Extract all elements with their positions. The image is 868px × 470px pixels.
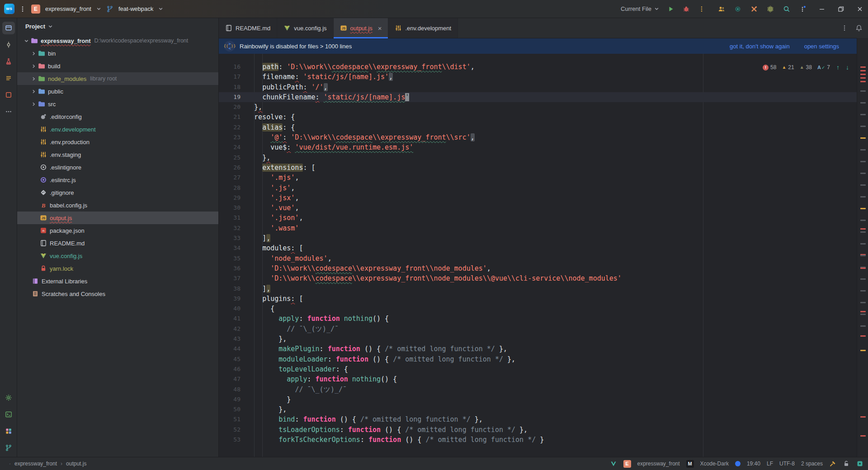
stripe-mark[interactable]	[860, 314, 866, 315]
play-icon[interactable]	[667, 5, 675, 13]
banner-settings-link[interactable]: open settings	[804, 43, 839, 50]
indent-setting[interactable]: 2 spaces	[801, 461, 823, 467]
users-icon[interactable]	[718, 5, 725, 13]
code-line-34[interactable]: 34 modules: [	[219, 243, 868, 253]
tab-vue.config.js[interactable]: vue.config.js	[277, 18, 333, 38]
close-tab-icon[interactable]: ×	[378, 25, 382, 32]
bug-icon[interactable]	[683, 5, 690, 13]
code-line-17[interactable]: 17 filename: 'static/js/[name].js',	[219, 72, 868, 82]
tree-item-bin[interactable]: bin	[17, 47, 218, 60]
stripe-mark[interactable]	[860, 90, 866, 92]
stripe-mark[interactable]	[860, 228, 866, 230]
code-line-49[interactable]: 49 }	[219, 395, 868, 404]
branch-name[interactable]: feat-webpack	[118, 5, 153, 12]
tool-terminal-icon[interactable]	[2, 408, 15, 421]
chevron-right-icon[interactable]	[30, 88, 37, 95]
tool-git-branch-icon[interactable]	[2, 442, 15, 454]
code-line-30[interactable]: 30 '.vue',	[219, 203, 868, 213]
run-configuration[interactable]: Current File	[621, 5, 659, 12]
stripe-mark[interactable]	[860, 74, 866, 75]
blue-dot-indicator[interactable]	[735, 461, 741, 466]
stripe-mark[interactable]	[860, 184, 866, 186]
tool-flask-icon[interactable]	[2, 55, 15, 68]
chevron-right-icon[interactable]	[30, 75, 37, 82]
stripe-mark[interactable]	[860, 137, 866, 139]
tree-item-src[interactable]: src	[17, 98, 218, 110]
code-line-28[interactable]: 28 '.js',	[219, 183, 868, 193]
code-line-21[interactable]: 21 resolve: {	[219, 112, 868, 122]
inspections-widget[interactable]: !58 ▲21 ▲38 A✓7 ↑ ↓	[760, 64, 849, 71]
main-menu-icon[interactable]	[19, 5, 26, 13]
lock-icon[interactable]	[843, 460, 850, 467]
code-line-48[interactable]: 48 // ¯\_(ツ)_/¯	[219, 385, 868, 395]
code-line-35[interactable]: 35 'node_modules',	[219, 254, 868, 263]
tree-item-babel.config.js[interactable]: Bbabel.config.js	[17, 199, 218, 212]
tree-item-public[interactable]: public	[17, 85, 218, 98]
stripe-mark[interactable]	[860, 66, 866, 68]
tabs-more-icon[interactable]	[841, 24, 848, 32]
stripe-mark[interactable]	[860, 231, 866, 233]
bell-icon[interactable]	[855, 24, 863, 32]
tab-README.md[interactable]: README.md	[219, 18, 277, 38]
code-line-51[interactable]: 51 bind: function () { /* omitted long f…	[219, 414, 868, 424]
code-line-32[interactable]: 32 '.wasm'	[219, 223, 868, 233]
code-line-22[interactable]: 22 alias: {	[219, 122, 868, 132]
caret-position[interactable]: 19:40	[747, 461, 760, 467]
stripe-mark[interactable]	[860, 208, 866, 209]
tree-item-expressway_front[interactable]: expressway_frontD:\work\codespace\expres…	[17, 34, 218, 47]
code-line-36[interactable]: 36 'D:\\work\\codespace\\expressway_fron…	[219, 263, 868, 273]
tree-item-.eslintrc.js[interactable]: .eslintrc.js	[17, 174, 218, 186]
stripe-mark[interactable]	[860, 255, 866, 256]
tool-todo-icon[interactable]	[2, 72, 15, 85]
code-line-46[interactable]: 46 topLevelLoader: {	[219, 364, 868, 374]
code-line-24[interactable]: 24 vue$: 'vue/dist/vue.runtime.esm.js'	[219, 142, 868, 152]
tree-item-Scratches and Consoles[interactable]: Scratches and Consoles	[17, 287, 218, 300]
stripe-mark[interactable]	[860, 149, 866, 150]
tool-project-icon[interactable]	[2, 22, 15, 34]
run-more-icon[interactable]	[698, 5, 705, 13]
stripe-mark[interactable]	[860, 243, 866, 244]
breadcrumb-project[interactable]: expressway_front	[14, 461, 57, 467]
file-encoding[interactable]: UTF-8	[779, 461, 795, 467]
breadcrumb[interactable]: · expressway_front › output.js	[5, 461, 86, 467]
code-line-39[interactable]: 39 plugins: [	[219, 294, 868, 304]
tree-item-.env.staging[interactable]: .env.staging	[17, 148, 218, 161]
corner-widget-icon[interactable]	[856, 460, 863, 467]
status-theme[interactable]: Xcode-Dark	[700, 461, 729, 467]
vue-status-icon[interactable]	[610, 460, 617, 467]
build-tools-icon[interactable]	[829, 460, 836, 467]
tree-item-output.js[interactable]: JSoutput.js	[17, 212, 218, 224]
code-line-53[interactable]: 53 forkTsCheckerOptions: function () { /…	[219, 435, 868, 445]
code-line-18[interactable]: 18 publicPath: '/',	[219, 82, 868, 92]
next-problem-icon[interactable]: ↓	[846, 64, 849, 71]
code-line-40[interactable]: 40 {	[219, 304, 868, 314]
minimize-icon[interactable]	[818, 5, 826, 13]
tool-services-icon[interactable]	[2, 425, 15, 437]
record-icon[interactable]	[734, 5, 741, 13]
code-line-23[interactable]: 23 '@': 'D:\\work\\codespace\\expressway…	[219, 132, 868, 142]
stripe-mark[interactable]	[860, 77, 866, 79]
tool-more-icon[interactable]	[2, 105, 15, 118]
tools-icon[interactable]	[750, 5, 758, 13]
code-editor[interactable]: 16 path: 'D:\\work\\codespace\\expresswa…	[219, 54, 868, 457]
stripe-mark[interactable]	[860, 335, 866, 337]
code-line-50[interactable]: 50 },	[219, 404, 868, 414]
tree-item-vue.config.js[interactable]: vue.config.js	[17, 249, 218, 262]
tree-item-README.md[interactable]: README.md	[17, 237, 218, 249]
code-line-25[interactable]: 25 },	[219, 153, 868, 163]
tool-box-icon[interactable]	[2, 89, 15, 101]
code-line-47[interactable]: 47 apply: function nothing() {	[219, 374, 868, 384]
status-project-name[interactable]: expressway_front	[637, 461, 680, 467]
stripe-mark[interactable]	[860, 196, 866, 197]
tree-item-.eslintignore[interactable]: .eslintignore	[17, 161, 218, 174]
stripe-mark[interactable]	[860, 435, 866, 437]
code-line-20[interactable]: 20 },	[219, 102, 868, 112]
stripe-mark[interactable]	[860, 302, 866, 303]
stripe-mark[interactable]	[860, 325, 866, 327]
tree-item-.editorconfig[interactable]: .editorconfig	[17, 110, 218, 123]
tree-item-External Libraries[interactable]: External Libraries	[17, 275, 218, 287]
tree-item-.gitignore[interactable]: .gitignore	[17, 186, 218, 199]
code-line-26[interactable]: 26 extensions: [	[219, 163, 868, 173]
stripe-mark[interactable]	[860, 81, 866, 82]
previous-problem-icon[interactable]: ↑	[836, 64, 840, 71]
